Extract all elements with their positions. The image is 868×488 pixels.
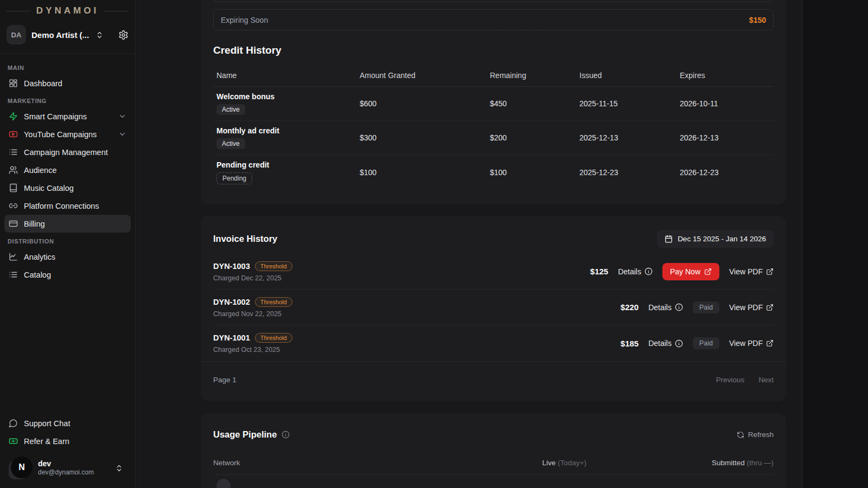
col-header-live: Live (Today+) (542, 459, 586, 467)
dashboard-grid-icon (9, 79, 18, 88)
chevrons-up-down-icon (95, 31, 104, 39)
invoice-amount: $185 (615, 339, 639, 348)
credit-history-title: Credit History (213, 44, 774, 56)
invoice-history-title: Invoice History (213, 234, 277, 244)
col-header-submitted: Submitted (thru —) (586, 459, 774, 467)
credit-expires: 2026-12-13 (680, 133, 774, 142)
invoice-amount: $220 (615, 303, 639, 312)
sidebar-item-label: Platform Connections (24, 202, 99, 210)
sidebar-item-label: YouTube Campaigns (24, 130, 97, 139)
next-page-button[interactable]: Next (758, 376, 774, 384)
chat-bubble-icon (9, 419, 18, 428)
sidebar-item-analytics[interactable]: Analytics (4, 248, 131, 266)
invoice-row: DYN-1002 Threshold Charged Nov 22, 2025 … (213, 290, 774, 325)
usage-table-header: Network Live (Today+) Submitted (thru —) (213, 459, 774, 475)
invoice-row: DYN-1003 Threshold Charged Dec 22, 2025 … (213, 254, 774, 290)
sidebar-item-youtube-campaigns[interactable]: YouTube Campaigns (4, 125, 131, 143)
info-icon (675, 303, 683, 311)
info-icon (644, 267, 653, 275)
paid-status-badge: Paid (693, 301, 719, 313)
sidebar-item-dashboard[interactable]: Dashboard (4, 74, 131, 92)
list-icon (9, 270, 18, 279)
credit-issued: 2025-12-13 (579, 133, 680, 142)
sidebar-item-refer-earn[interactable]: Refer & Earn (4, 432, 131, 450)
external-link-icon (766, 268, 774, 275)
youtube-icon (9, 130, 18, 139)
book-icon (9, 183, 18, 192)
credit-granted: $100 (360, 168, 490, 177)
credit-granted: $300 (360, 133, 490, 142)
pay-now-button[interactable]: Pay Now (662, 263, 719, 280)
zap-icon (9, 112, 18, 121)
usage-pipeline-card: Usage Pipeline Refresh Network Live (Tod… (201, 413, 786, 488)
summary-row-partial (213, 0, 774, 2)
expiring-soon-label: Expiring Soon (221, 16, 268, 24)
banknote-icon (9, 436, 18, 446)
external-link-icon (766, 304, 774, 311)
invoice-id: DYN-1001 (213, 333, 250, 342)
app-logo: DYNAMOI (7, 5, 129, 16)
invoice-row: DYN-1001 Threshold Charged Oct 23, 2025 … (213, 325, 774, 361)
previous-page-button[interactable]: Previous (716, 376, 745, 384)
invoice-history-card: Invoice History Dec 15 2025 - Jan 14 202… (201, 216, 786, 401)
credit-card-icon (9, 219, 18, 228)
invoice-pagination: Page 1 Previous Next (201, 361, 786, 397)
sidebar-item-music-catalog[interactable]: Music Catalog (4, 179, 131, 197)
credit-issued: 2025-12-23 (579, 168, 680, 177)
details-link[interactable]: Details (618, 267, 653, 276)
credit-remaining: $200 (490, 133, 579, 142)
settings-gear-icon[interactable] (118, 30, 129, 40)
view-pdf-link[interactable]: View PDF (729, 303, 774, 312)
user-name: dev (38, 459, 94, 469)
threshold-badge: Threshold (255, 333, 292, 343)
sidebar-item-label: Dashboard (24, 79, 62, 88)
col-header-issued: Issued (579, 71, 680, 80)
paid-status-badge: Paid (693, 337, 719, 349)
workspace-selector[interactable]: DA Demo Artist (... (7, 25, 129, 44)
sidebar-item-catalog[interactable]: Catalog (4, 266, 131, 284)
status-badge: Active (216, 138, 245, 149)
workspace-avatar: DA (7, 25, 26, 44)
credit-issued: 2025-11-15 (579, 99, 680, 108)
sidebar-item-smart-campaigns[interactable]: Smart Campaigns (4, 107, 131, 125)
credit-table-row: Monthly ad credit Active $300 $200 2025-… (213, 121, 774, 155)
credit-table-header: Name Amount Granted Remaining Issued Exp… (213, 71, 774, 87)
view-pdf-link[interactable]: View PDF (729, 267, 774, 276)
credit-table-row: Pending credit Pending $100 $100 2025-12… (213, 155, 774, 189)
user-info: dev dev@dynamoi.com (38, 459, 94, 477)
sidebar-item-label: Music Catalog (24, 184, 74, 192)
invoice-id: DYN-1002 (213, 298, 250, 306)
expiring-soon-amount: $150 (749, 16, 766, 24)
details-link[interactable]: Details (648, 339, 683, 348)
details-link[interactable]: Details (648, 303, 683, 312)
sidebar-item-label: Audience (24, 166, 56, 175)
expiring-soon-row: Expiring Soon $150 (213, 9, 774, 30)
sidebar-item-support-chat[interactable]: Support Chat (4, 414, 131, 432)
refresh-button[interactable]: Refresh (737, 431, 774, 439)
info-icon (282, 431, 290, 439)
sidebar-item-billing[interactable]: Billing (4, 215, 131, 233)
line-chart-icon (9, 252, 18, 261)
sidebar-item-platform-connections[interactable]: Platform Connections (4, 197, 131, 215)
sidebar-item-label: Analytics (24, 253, 55, 261)
sidebar-item-label: Support Chat (24, 419, 70, 428)
sidebar-footer: Support Chat Refer & Earn N dev dev@dyna… (0, 411, 135, 488)
sidebar-item-audience[interactable]: Audience (4, 161, 131, 179)
date-range-button[interactable]: Dec 15 2025 - Jan 14 2026 (657, 230, 774, 248)
sidebar-item-campaign-management[interactable]: Campaign Management (4, 143, 131, 161)
list-icon (9, 147, 18, 157)
invoice-id: DYN-1003 (213, 262, 250, 271)
users-icon (9, 165, 18, 175)
external-link-icon (766, 339, 774, 347)
chevron-down-icon (118, 130, 126, 138)
user-email: dev@dynamoi.com (38, 468, 94, 477)
view-pdf-link[interactable]: View PDF (729, 339, 774, 348)
col-header-granted: Amount Granted (360, 71, 490, 80)
status-badge: Pending (216, 172, 252, 184)
chevrons-up-down-icon (115, 464, 123, 472)
credit-remaining: $450 (490, 99, 579, 108)
sidebar-item-label: Billing (24, 220, 45, 228)
network-avatar-partial (216, 479, 231, 488)
user-menu[interactable]: N dev dev@dynamoi.com (4, 450, 131, 488)
sidebar-nav: MAIN Dashboard MARKETING Smart Campaigns… (0, 54, 135, 284)
